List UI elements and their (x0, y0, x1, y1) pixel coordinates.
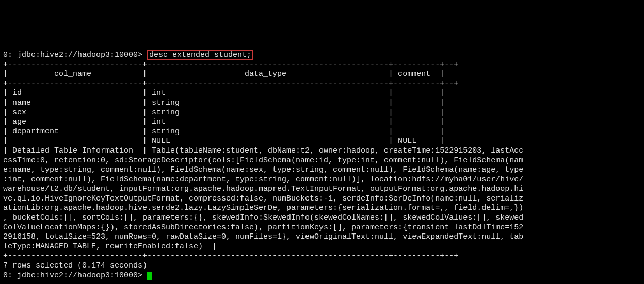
detailed-line: | Detailed Table Information | Table(tab… (3, 146, 523, 155)
detailed-line: ve.ql.io.HiveIgnoreKeyTextOutputFormat, … (3, 194, 523, 203)
terminal-output: 0: jdbc:hive2://hadoop3:10000> desc exte… (3, 40, 641, 280)
table-row: | department | string | | (3, 127, 444, 136)
table-row: | | NULL | NULL | (3, 137, 444, 145)
table-row: | age | int | | (3, 118, 444, 126)
detailed-line: 2916158, totalSize=523, numRows=0, rawDa… (3, 232, 523, 241)
detailed-line: leType:MANAGED_TABLE, rewriteEnabled:fal… (3, 242, 217, 251)
prompt-prefix: 0: jdbc:hive2://hadoop3:10000> (3, 271, 147, 280)
table-rule: +-----------------------------+---------… (3, 60, 458, 69)
table-rule: +-----------------------------+---------… (3, 252, 458, 260)
detailed-line: e:name, type:string, comment:null), Fiel… (3, 165, 523, 174)
detailed-line: warehouse/t2.db/student, inputFormat:org… (3, 185, 523, 193)
table-row: | name | string | | (3, 98, 444, 107)
highlighted-command: desc extended student; (147, 50, 253, 60)
detailed-line: essTime:0, retention:0, sd:StorageDescri… (3, 156, 523, 165)
detailed-line: ColValueLocationMaps:{}), storedAsSubDir… (3, 223, 523, 232)
cursor-icon (147, 272, 152, 280)
prompt-line[interactable]: 0: jdbc:hive2://hadoop3:10000> desc exte… (3, 51, 253, 59)
detailed-line: :int, comment:null), FieldSchema(name:de… (3, 175, 523, 184)
table-row: | id | int | | (3, 89, 444, 97)
result-summary: 7 rows selected (0.174 seconds) (3, 261, 147, 270)
prompt-line-2[interactable]: 0: jdbc:hive2://hadoop3:10000> (3, 271, 152, 280)
table-rule: +-----------------------------+---------… (3, 79, 458, 88)
table-header: | col_name | data_type | comment | (3, 70, 444, 78)
table-row: | sex | string | | (3, 108, 444, 117)
prompt-prefix: 0: jdbc:hive2://hadoop3:10000> (3, 51, 147, 59)
detailed-line: , bucketCols:[], sortCols:[], parameters… (3, 213, 523, 222)
detailed-line: ationLib:org.apache.hadoop.hive.serde2.l… (3, 204, 523, 212)
